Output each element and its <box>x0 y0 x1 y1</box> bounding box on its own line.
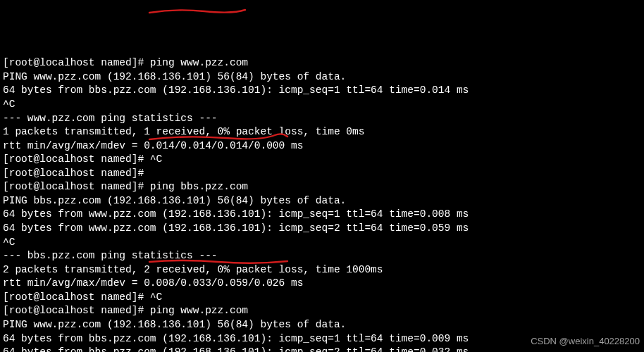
terminal-line: 64 bytes from bbs.pzz.com (192.168.136.1… <box>3 84 641 98</box>
watermark: CSDN @weixin_40228200 <box>531 335 640 348</box>
terminal-line: PING www.pzz.com (192.168.136.101) 56(84… <box>3 70 641 84</box>
terminal-line: 64 bytes from www.pzz.com (192.168.136.1… <box>3 222 641 236</box>
terminal-line: ^C <box>3 236 641 250</box>
terminal-line: 64 bytes from www.pzz.com (192.168.136.1… <box>3 208 641 222</box>
terminal-line: rtt min/avg/max/mdev = 0.008/0.033/0.059… <box>3 277 641 291</box>
terminal-line: --- www.pzz.com ping statistics --- <box>3 112 641 126</box>
terminal-line: PING www.pzz.com (192.168.136.101) 56(84… <box>3 318 641 332</box>
terminal-line: 2 packets transmitted, 2 received, 0% pa… <box>3 263 641 277</box>
terminal-line: 1 packets transmitted, 1 received, 0% pa… <box>3 125 641 139</box>
terminal-output[interactable]: [root@localhost named]# ping www.pzz.com… <box>3 56 641 352</box>
annotation-underline-1 <box>148 6 247 20</box>
terminal-line: [root@localhost named]# ping bbs.pzz.com <box>3 180 641 194</box>
terminal-line: [root@localhost named]# ping www.pzz.com <box>3 304 641 318</box>
terminal-line: [root@localhost named]# ^C <box>3 153 641 167</box>
terminal-line: [root@localhost named]# <box>3 167 641 181</box>
terminal-line: ^C <box>3 98 641 112</box>
terminal-line: [root@localhost named]# ping www.pzz.com <box>3 56 641 70</box>
terminal-line: [root@localhost named]# ^C <box>3 291 641 305</box>
terminal-line: rtt min/avg/max/mdev = 0.014/0.014/0.014… <box>3 139 641 153</box>
terminal-line: PING bbs.pzz.com (192.168.136.101) 56(84… <box>3 194 641 208</box>
terminal-line: --- bbs.pzz.com ping statistics --- <box>3 249 641 263</box>
